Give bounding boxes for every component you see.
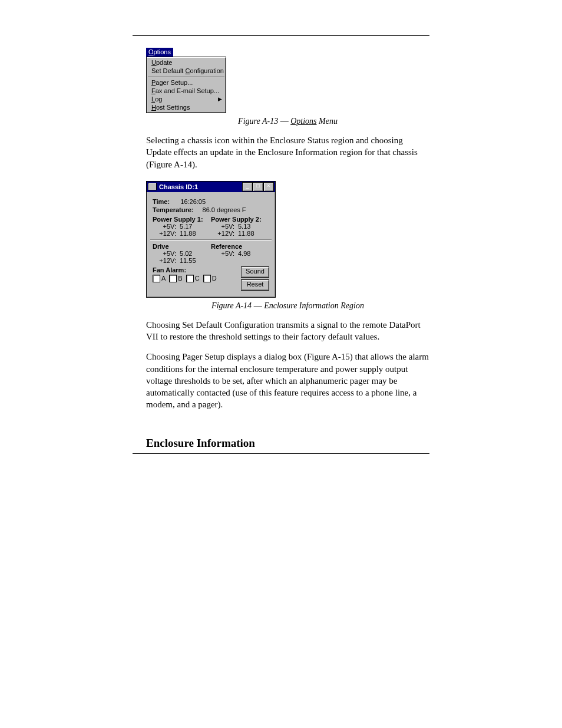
sound-button[interactable]: Sound (241, 266, 269, 278)
ps1-label: Power Supply 1: (153, 216, 211, 223)
drive-5v-value: 5.02 (180, 250, 203, 257)
minimize-button[interactable]: _ (242, 182, 253, 192)
reset-button[interactable]: Reset (241, 279, 269, 291)
chassis-titlebar: Chassis ID:1 _ □ × (147, 182, 275, 192)
ps2-label: Power Supply 2: (211, 216, 269, 223)
menu-item-log[interactable]: Log▶ (147, 95, 226, 103)
reference-5v-value: 4.98 (238, 250, 262, 257)
options-dropdown: Update Set Default Configuration Pager S… (146, 57, 226, 113)
figure-a14-caption: Figure A-14 — Enclosure Information Regi… (146, 301, 429, 311)
ps2-12v-value: 11.88 (238, 230, 262, 237)
time-value: 16:26:05 (180, 198, 206, 205)
fan-check-d[interactable]: D (203, 275, 217, 282)
options-menu-title[interactable]: Options (146, 48, 173, 57)
menu-item-update[interactable]: Update (147, 58, 226, 67)
fan-check-c[interactable]: C (186, 275, 200, 282)
paragraph-set-default: Choosing Set Default Configuration trans… (146, 319, 429, 343)
options-menu-figure: Options Update Set Default Configuration… (146, 48, 226, 113)
drive-label: Drive (153, 243, 211, 250)
figure-a13-caption: Figure A-13 — Options Menu (146, 117, 429, 126)
menu-separator (148, 76, 224, 77)
paragraph-update-description: Selecting a chassis icon within the Encl… (146, 134, 429, 170)
reference-label: Reference (211, 243, 269, 250)
ps1-5v-value: 5.17 (180, 223, 203, 230)
window-title: Chassis ID:1 (159, 183, 198, 190)
chassis-window: Chassis ID:1 _ □ × Time: 16:26:05 Temper… (146, 181, 276, 298)
menu-item-host-settings[interactable]: Host Settings (147, 103, 226, 111)
temperature-label: Temperature: (153, 206, 193, 213)
paragraph-pager-setup: Choosing Pager Setup displays a dialog b… (146, 351, 429, 410)
ps2-5v-value: 5.13 (238, 223, 262, 230)
fan-check-a[interactable]: A (153, 275, 166, 282)
submenu-arrow-icon: ▶ (218, 96, 222, 102)
ps1-12v-value: 11.88 (180, 230, 203, 237)
fan-alarm-label: Fan Alarm: (153, 266, 217, 274)
temperature-value: 86.0 degrees F (203, 206, 246, 213)
time-label: Time: (153, 198, 170, 205)
menu-item-set-default-config[interactable]: Set Default Configuration (147, 67, 226, 75)
drive-12v-value: 11.55 (180, 257, 203, 264)
system-menu-icon[interactable] (148, 183, 157, 190)
menu-item-pager-setup[interactable]: Pager Setup... (147, 78, 226, 87)
close-button[interactable]: × (263, 182, 274, 192)
menu-item-fax-email-setup[interactable]: Fax and E-mail Setup... (147, 87, 226, 95)
section-heading-enclosure-info: Enclosure Information (146, 437, 429, 450)
fan-check-b[interactable]: B (169, 275, 182, 282)
maximize-button[interactable]: □ (253, 182, 263, 192)
